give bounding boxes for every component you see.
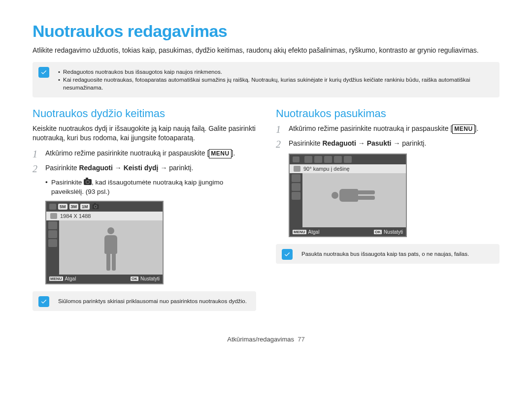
left-step-2-text: Pasirinkite Redaguoti → Keisti dydį → pa…	[45, 163, 193, 174]
screen-icon	[49, 204, 56, 210]
r2-ar1: →	[356, 139, 367, 147]
left-preview	[59, 220, 163, 275]
intro-text: Atlikite redagavimo užduotis, tokias kai…	[33, 46, 499, 55]
menu-button-label: MENU	[452, 124, 474, 134]
right-screen-info: 90° kampu į dešinę	[290, 164, 406, 173]
r2-b2: Pasukti	[367, 139, 392, 147]
lb-pre: Pasirinkite	[51, 179, 84, 186]
screen-icon	[293, 156, 299, 162]
person-silhouette	[99, 225, 123, 275]
side-icon	[48, 230, 57, 238]
r2-post: → parinktį.	[392, 139, 427, 147]
r1-pre: Atkūrimo režime pasirinkite nuotrauką ir…	[289, 124, 450, 132]
left-step-2: 2 Pasirinkite Redaguoti → Keisti dydį → …	[33, 163, 256, 174]
camera-icon	[84, 179, 92, 185]
left-camera-screen: 5M 3M 1M 1984 X 1488	[45, 201, 164, 284]
rotate-right-icon	[304, 156, 312, 163]
size-badge-5m: 5M	[58, 204, 67, 210]
left-note-box: Siūlomos parinktys skiriasi priklausomai…	[33, 291, 256, 311]
l2-pre: Pasirinkite	[45, 164, 79, 172]
left-heading: Nuotraukos dydžio keitimas	[33, 107, 256, 120]
ok-badge: OK	[374, 230, 382, 234]
step-number-2: 2	[33, 163, 45, 174]
right-camera-screen: 90° kampu į dešinę	[289, 154, 407, 237]
side-icon	[48, 239, 57, 247]
footer-page-number: 77	[298, 336, 304, 343]
flip-v-icon	[344, 156, 352, 163]
side-icon	[292, 183, 300, 191]
right-side-icons	[290, 173, 302, 227]
top-note-2: Kai redaguosite nuotraukas, fotoaparatas…	[58, 76, 493, 92]
info-icon-small	[50, 213, 57, 219]
right-heading: Nuotraukos pasukimas	[276, 107, 499, 120]
menu-badge: MENU	[49, 277, 63, 281]
l2-post: → parinktį.	[159, 164, 194, 172]
side-icon	[292, 174, 300, 182]
flip-h-icon	[334, 156, 342, 163]
side-icon	[292, 192, 300, 200]
set-label: Nustatyti	[384, 229, 403, 235]
person-silhouette-rotated	[330, 184, 379, 207]
rotate-left-icon	[314, 156, 322, 163]
top-note-box: Redaguotos nuotraukos bus išsaugotos kai…	[33, 62, 499, 97]
left-screen-info: 1984 X 1488	[46, 212, 163, 220]
info-icon	[282, 249, 293, 260]
right-step-1-text: Atkūrimo režime pasirinkite nuotrauką ir…	[289, 124, 478, 135]
left-step-1-text: Atkūrimo režime pasirinkite nuotrauką ir…	[45, 149, 235, 159]
page-root: Nuotraukos redagavimas Atlikite redagavi…	[0, 0, 532, 353]
r2-pre: Pasirinkite	[289, 139, 322, 147]
step-number-1: 1	[276, 124, 289, 135]
back-label: Atgal	[308, 229, 320, 235]
footer-section: Atkūrimas/redagavimas	[227, 336, 294, 343]
l2-b2: Keisti dydį	[124, 164, 159, 172]
info-icon	[38, 296, 49, 307]
left-note-text: Siūlomos parinktys skiriasi priklausomai…	[58, 297, 249, 305]
left-screen-top: 5M 3M 1M	[46, 202, 163, 212]
columns: Nuotraukos dydžio keitimas Keiskite nuot…	[33, 107, 499, 321]
period: .	[233, 149, 235, 157]
right-screen-foot: MENU Atgal OK Nustatyti	[290, 227, 406, 236]
left-bullet: Pasirinkite , kad išsaugotumėte nuotrauk…	[45, 178, 256, 197]
page-title: Nuotraukos redagavimas	[33, 22, 499, 41]
resolution-label: 1984 X 1488	[60, 213, 91, 219]
startup-image-icon	[92, 204, 99, 209]
left-sub-bullets: Pasirinkite , kad išsaugotumėte nuotrauk…	[45, 178, 256, 197]
ok-badge: OK	[131, 277, 138, 281]
right-step-2: 2 Pasirinkite Redaguoti → Pasukti → pari…	[276, 139, 499, 150]
left-step-1: 1 Atkūrimo režime pasirinkite nuotrauką …	[33, 149, 256, 159]
rotate-180-icon	[324, 156, 332, 163]
menu-badge: MENU	[293, 230, 306, 234]
set-label: Nustatyti	[140, 276, 160, 281]
page-footer: Atkūrimas/redagavimas 77	[33, 336, 499, 343]
left-body: Keiskite nuotraukos dydį ir išsaugokite …	[33, 124, 256, 143]
right-note-box: Pasukta nuotrauka bus išsaugota kaip tas…	[276, 244, 499, 264]
size-badge-1m: 1M	[80, 204, 90, 210]
right-column: Nuotraukos pasukimas 1 Atkūrimo režime p…	[276, 107, 499, 321]
period: .	[477, 124, 479, 132]
step-number-1: 1	[33, 149, 45, 159]
left-step1-pre: Atkūrimo režime pasirinkite nuotrauką ir…	[45, 149, 207, 157]
side-icon	[48, 221, 57, 229]
rotation-label: 90° kampu į dešinę	[303, 166, 350, 172]
size-badge-3m: 3M	[69, 204, 79, 210]
top-note-1: Redaguotos nuotraukos bus išsaugotos kai…	[58, 68, 493, 76]
rotate-options	[301, 156, 355, 163]
info-icon	[38, 67, 49, 78]
r2-b1: Redaguoti	[322, 139, 356, 147]
l2-b1: Redaguoti	[79, 164, 112, 172]
menu-button-label: MENU	[209, 149, 231, 158]
left-side-icons	[46, 220, 59, 275]
right-step-1: 1 Atkūrimo režime pasirinkite nuotrauką …	[276, 124, 499, 135]
right-note-text: Pasukta nuotrauka bus išsaugota kaip tas…	[301, 250, 493, 258]
back-label: Atgal	[65, 276, 76, 281]
left-column: Nuotraukos dydžio keitimas Keiskite nuot…	[33, 107, 256, 321]
l2-ar1: →	[113, 164, 124, 172]
right-preview	[302, 173, 406, 227]
step-number-2: 2	[276, 139, 289, 150]
right-screen-top	[290, 154, 406, 164]
left-screen-body	[46, 220, 163, 275]
right-screen-body	[290, 173, 406, 227]
left-screen-foot: MENU Atgal OK Nustatyti	[46, 275, 163, 283]
info-icon-small	[294, 166, 300, 172]
right-step-2-text: Pasirinkite Redaguoti → Pasukti → parink…	[289, 139, 426, 150]
